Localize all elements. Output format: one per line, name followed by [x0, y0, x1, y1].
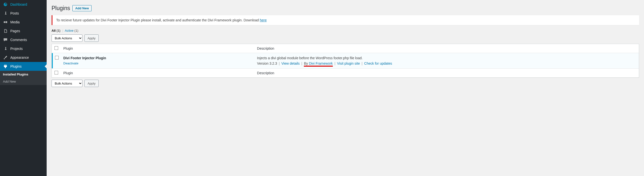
sidebar-item-label: Pages: [10, 29, 20, 33]
col-description[interactable]: Description: [254, 44, 639, 53]
submenu-installed-plugins[interactable]: Installed Plugins: [0, 71, 47, 78]
table-row: Divi Footer Injector Plugin Deactivate I…: [52, 53, 639, 68]
notice-download-link[interactable]: here: [260, 18, 267, 22]
select-all-checkbox-bottom[interactable]: [54, 71, 58, 75]
row-checkbox[interactable]: [55, 56, 59, 60]
pin-icon: [3, 46, 8, 51]
plugin-description: Injects a divi global module before the …: [257, 56, 636, 60]
main-content: Plugins Add New To recieve future update…: [47, 0, 644, 176]
admin-sidebar: Dashboard Posts Media Pages Comments Pro…: [0, 0, 47, 176]
col-description-foot[interactable]: Description: [254, 68, 639, 77]
select-all-checkbox[interactable]: [54, 46, 58, 50]
col-plugin-foot[interactable]: Plugin: [61, 68, 254, 77]
notice-text: To recieve future updates for Divi Foote…: [56, 18, 260, 22]
sidebar-item-dashboard[interactable]: Dashboard: [0, 0, 47, 9]
visit-plugin-site-link[interactable]: Visit plugin site: [337, 61, 360, 65]
comment-icon: [3, 37, 8, 42]
plugin-filter-links: All (1) | Active (1): [52, 29, 639, 33]
sidebar-item-label: Comments: [10, 38, 27, 42]
sidebar-item-label: Media: [10, 20, 20, 24]
sidebar-item-label: Projects: [10, 47, 23, 51]
sidebar-item-appearance[interactable]: Appearance: [0, 53, 47, 62]
col-plugin[interactable]: Plugin: [61, 44, 254, 53]
filter-active[interactable]: Active (1): [65, 29, 78, 33]
sidebar-item-projects[interactable]: Projects: [0, 44, 47, 53]
bulk-actions-select[interactable]: Bulk Actions: [52, 34, 82, 42]
pin-icon: [3, 11, 8, 16]
update-notice: To recieve future updates for Divi Foote…: [52, 15, 639, 25]
check-updates-link[interactable]: Check for updates: [364, 61, 392, 65]
plugin-meta: Version 3.2.3 | View details | By Divi F…: [257, 61, 636, 65]
sidebar-item-posts[interactable]: Posts: [0, 9, 47, 18]
sidebar-submenu: Installed Plugins Add New: [0, 71, 47, 85]
sidebar-item-pages[interactable]: Pages: [0, 27, 47, 35]
sidebar-item-comments[interactable]: Comments: [0, 35, 47, 44]
plugin-name: Divi Footer Injector Plugin: [63, 56, 252, 60]
filter-all[interactable]: All (1): [52, 29, 60, 33]
plugins-table: Plugin Description Divi Footer Injector …: [52, 44, 639, 78]
apply-button-bottom[interactable]: Apply: [84, 80, 99, 87]
plug-icon: [3, 64, 8, 69]
sidebar-item-label: Appearance: [10, 56, 29, 60]
plugin-author-by: By Divi Framework: [304, 61, 332, 67]
tablenav-top: Bulk Actions Apply: [52, 34, 639, 42]
media-icon: [3, 20, 8, 25]
add-new-button[interactable]: Add New: [72, 5, 92, 11]
sidebar-item-media[interactable]: Media: [0, 18, 47, 27]
plugin-author-link[interactable]: Divi Framework: [309, 61, 333, 65]
brush-icon: [3, 55, 8, 60]
svg-point-0: [4, 21, 6, 23]
bulk-actions-select-bottom[interactable]: Bulk Actions: [52, 80, 82, 87]
view-details-link[interactable]: View details: [282, 61, 300, 65]
apply-button[interactable]: Apply: [84, 34, 99, 42]
deactivate-link[interactable]: Deactivate: [63, 61, 78, 65]
sidebar-item-label: Dashboard: [10, 3, 27, 7]
pages-icon: [3, 29, 8, 34]
submenu-add-new[interactable]: Add New: [0, 78, 47, 85]
dashboard-icon: [3, 2, 8, 7]
sidebar-item-label: Posts: [10, 11, 19, 15]
page-title: Plugins: [52, 5, 70, 12]
plugin-version: Version 3.2.3: [257, 61, 277, 65]
page-header: Plugins Add New: [52, 5, 639, 12]
sidebar-item-plugins[interactable]: Plugins: [0, 62, 47, 71]
tablenav-bottom: Bulk Actions Apply: [52, 80, 639, 87]
sidebar-item-label: Plugins: [10, 64, 22, 68]
